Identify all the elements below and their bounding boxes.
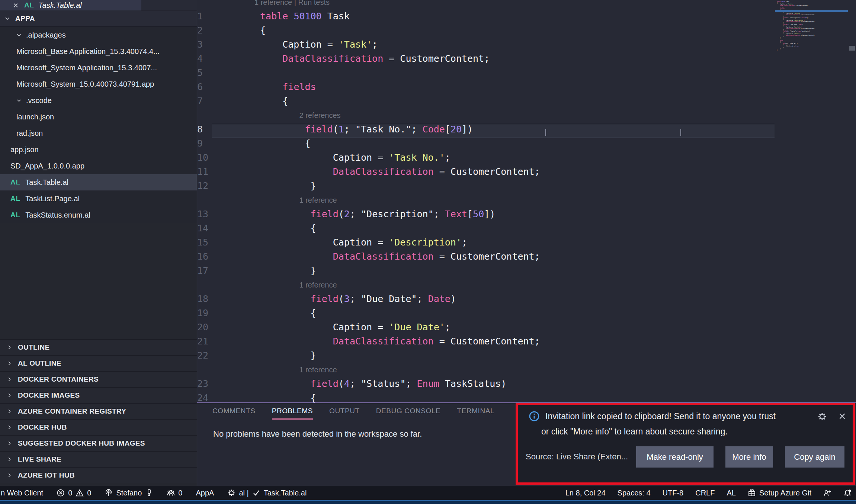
gear-icon[interactable]: [817, 412, 827, 421]
panel-tab-output[interactable]: OUTPUT: [329, 407, 360, 420]
code-line-13[interactable]: 13 field(2; "Description"; Text[50]): [197, 209, 856, 223]
code-line-16[interactable]: 16 DataClassification = CustomerContent;: [197, 251, 856, 265]
explorer-root-appa[interactable]: APPA: [0, 10, 197, 27]
code-text: Caption = 'Task';: [260, 39, 378, 50]
code-line-12[interactable]: 12 }: [197, 180, 856, 195]
code-line-22[interactable]: 22 }: [197, 350, 856, 364]
sidebar-section-docker-containers[interactable]: DOCKER CONTAINERS: [0, 371, 197, 387]
code-line-20[interactable]: 20 Caption = 'Due Date';: [197, 322, 856, 336]
line-number: 22: [197, 350, 208, 361]
code-line-7[interactable]: 7 {: [197, 96, 856, 110]
tree-item-rad-json[interactable]: rad.json: [0, 125, 197, 141]
code-editor[interactable]: 1 reference | Run tests1table 50100 Task…: [197, 0, 856, 402]
sidebar-section-suggested-docker-hub-images[interactable]: SUGGESTED DOCKER HUB IMAGES: [0, 435, 197, 451]
open-editor-entry[interactable]: AL Task.Table.al: [0, 0, 141, 10]
code-text: DataClassification = CustomerContent;: [266, 251, 540, 262]
code-line-2[interactable]: 2{: [197, 25, 856, 39]
code-line-3[interactable]: 3 Caption = 'Task';: [197, 39, 856, 53]
chevron-down-icon: [16, 98, 22, 103]
toast-button-more-info[interactable]: More info: [725, 446, 773, 468]
code-line-4[interactable]: 4 DataClassification = CustomerContent;: [197, 53, 856, 67]
line-number: 15: [197, 237, 208, 248]
code-text: DataClassification = CustomerContent;: [260, 53, 490, 64]
code-line-1[interactable]: 1table 50100 Task: [197, 11, 856, 25]
line-number: 9: [197, 138, 203, 149]
line-number: 12: [197, 180, 208, 191]
gear-icon: [817, 412, 827, 421]
tree-item-sd-appa-1-0-0-0-app[interactable]: SD_AppA_1.0.0.0.app: [0, 158, 197, 174]
code-line-17[interactable]: 17 }: [197, 265, 856, 279]
status-workspace[interactable]: AppA: [196, 489, 214, 497]
code-line-11[interactable]: 11 DataClassification = CustomerContent;: [197, 166, 856, 180]
file-tree: .alpackagesMicrosoft_Base Application_15…: [0, 27, 197, 223]
status-web-client[interactable]: n Web Client: [1, 489, 43, 497]
tree-item-app-json[interactable]: app.json: [0, 141, 197, 158]
panel-tab-comments[interactable]: COMMENTS: [212, 407, 256, 420]
code-line-10[interactable]: 10 Caption = 'Task No.';: [197, 152, 856, 166]
code-line-19[interactable]: 19 {: [197, 308, 856, 322]
codelens[interactable]: 2 references: [197, 110, 856, 124]
code-line-15[interactable]: 15 Caption = 'Description';: [197, 237, 856, 251]
code-line-23[interactable]: 23 field(4; "Status"; Enum TaskStatus): [197, 378, 856, 392]
code-line-14[interactable]: 14 {: [197, 223, 856, 237]
al-file-icon: AL: [24, 1, 34, 9]
warning-triangle-icon: [76, 489, 84, 497]
status-language-mode[interactable]: AL: [727, 489, 735, 497]
open-editor-file-name[interactable]: Task.Table.al: [38, 1, 81, 10]
chevron-down-icon: [4, 16, 10, 21]
code-line-9[interactable]: 9 {: [197, 138, 856, 152]
status-cursor-position[interactable]: Ln 8, Col 24: [565, 489, 606, 497]
status-eol[interactable]: CRLF: [695, 489, 715, 497]
info-icon: [529, 411, 539, 421]
sidebar-section-azure-container-registry[interactable]: AZURE CONTAINER REGISTRY: [0, 403, 197, 419]
codelens[interactable]: 1 reference: [197, 195, 856, 209]
tree-item-task-table-al[interactable]: ALTask.Table.al: [0, 174, 197, 190]
panel-tab-terminal[interactable]: TERMINAL: [457, 407, 494, 420]
toast-button-copy-again[interactable]: Copy again: [785, 446, 844, 468]
tree-item-tasklist-page-al[interactable]: ALTaskList.Page.al: [0, 190, 197, 207]
sidebar-section-live-share[interactable]: LIVE SHARE: [0, 451, 197, 467]
status-live-share-user[interactable]: Stefano: [105, 489, 153, 497]
minimap[interactable]: table 50100 Task { Caption = 'Task'; Dat…: [777, 1, 815, 51]
tree-item-launch-json[interactable]: launch.json: [0, 109, 197, 125]
status-setup-azure-git[interactable]: Setup Azure Git: [748, 489, 811, 497]
code-line-18[interactable]: 18 field(3; "Due Date"; Date): [197, 293, 856, 308]
code-line-21[interactable]: 21 DataClassification = CustomerContent;: [197, 336, 856, 350]
codelens[interactable]: 1 reference: [197, 279, 856, 293]
code-text: }: [266, 265, 316, 276]
codelens[interactable]: 1 reference: [197, 364, 856, 378]
code-line-6[interactable]: 6 fields: [197, 81, 856, 96]
sidebar-section-azure-iot-hub[interactable]: AZURE IOT HUB: [0, 467, 197, 483]
sidebar-section-docker-hub[interactable]: DOCKER HUB: [0, 419, 197, 435]
close-icon[interactable]: [13, 2, 19, 9]
status-problems-summary[interactable]: 00: [57, 489, 91, 497]
code-line-8[interactable]: 8 field(1; "Task No."; Code[20]): [197, 124, 856, 138]
tree-item-microsoft-system-application-15-3-4007-[interactable]: Microsoft_System Application_15.3.4007..…: [0, 60, 197, 76]
tree-item-taskstatus-enum-al[interactable]: ALTaskStatus.enum.al: [0, 207, 197, 223]
editor-scrollbar[interactable]: [849, 46, 855, 51]
panel-tab-problems[interactable]: PROBLEMS: [272, 407, 313, 420]
line-number: 4: [197, 53, 203, 64]
status-feedback[interactable]: [823, 489, 831, 497]
toast-button-make-read-only[interactable]: Make read-only: [636, 446, 714, 468]
sidebar-section-outline[interactable]: OUTLINE: [0, 339, 197, 355]
close-icon[interactable]: [838, 412, 847, 421]
codelens[interactable]: 1 reference | Run tests: [197, 0, 856, 11]
section-label: AZURE IOT HUB: [18, 471, 75, 479]
code-text: DataClassification = CustomerContent;: [266, 166, 540, 177]
code-line-24[interactable]: 24 {: [197, 392, 856, 402]
tree-item-microsoft-base-application-15-3-40074-4-[interactable]: Microsoft_Base Application_15.3.40074.4.…: [0, 43, 197, 60]
status-encoding[interactable]: UTF-8: [663, 489, 684, 497]
status-indentation[interactable]: Spaces: 4: [618, 489, 651, 497]
tree-item--vscode[interactable]: .vscode: [0, 92, 197, 109]
status-comments-count[interactable]: 0: [167, 489, 182, 497]
sidebar-section-al-outline[interactable]: AL OUTLINE: [0, 355, 197, 371]
tree-item-microsoft-system-15-0-40073-40791-app[interactable]: Microsoft_System_15.0.40073.40791.app: [0, 76, 197, 92]
al-file-icon: AL: [10, 211, 20, 219]
status-al-file-status[interactable]: al |Task.Table.al: [227, 489, 307, 497]
tree-item--alpackages[interactable]: .alpackages: [0, 27, 197, 43]
status-notifications[interactable]: [843, 489, 852, 497]
panel-tab-debug-console[interactable]: DEBUG CONSOLE: [376, 407, 441, 420]
sidebar-section-docker-images[interactable]: DOCKER IMAGES: [0, 387, 197, 403]
code-line-5[interactable]: 5: [197, 67, 856, 81]
